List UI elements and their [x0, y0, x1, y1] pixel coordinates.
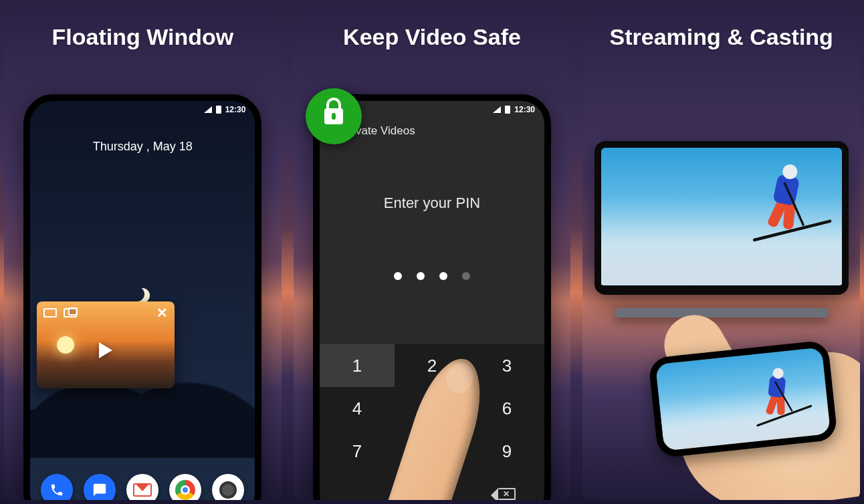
key-backspace[interactable]: ✕: [469, 473, 544, 500]
panel-keep-video-safe: Keep Video Safe 12:30 ‹ Private Videos E…: [294, 4, 571, 500]
chrome-app-icon[interactable]: [169, 474, 201, 500]
skier-graphic: [758, 370, 800, 421]
messages-app-icon[interactable]: [84, 474, 116, 500]
unlock-icon: [324, 108, 343, 124]
panel-streaming-casting: Streaming & Casting: [582, 4, 860, 500]
fullscreen-icon[interactable]: [43, 308, 57, 318]
panel-title: Keep Video Safe: [294, 4, 571, 51]
sunset-graphic: [57, 336, 74, 354]
floating-topbar: ✕: [37, 301, 175, 324]
key-9[interactable]: 9: [469, 430, 544, 473]
app-dock: [30, 474, 255, 500]
pin-dots: [320, 272, 544, 280]
hand-holding-phone: [599, 320, 860, 500]
pin-dot: [417, 272, 425, 280]
battery-icon: [505, 106, 510, 114]
panel-title: Floating Window: [4, 4, 282, 51]
skier-graphic: [762, 169, 813, 235]
floating-video-window[interactable]: ✕: [37, 301, 175, 388]
key-4[interactable]: 4: [320, 387, 395, 430]
battery-icon: [216, 106, 221, 114]
key-3[interactable]: 3: [469, 344, 544, 387]
signal-icon: [493, 106, 501, 113]
panel-title: Streaming & Casting: [582, 4, 860, 51]
panel-floating-window: Floating Window 12:30 Thursday , May 18 …: [4, 4, 282, 500]
phone-mock-pin: 12:30 ‹ Private Videos Enter your PIN 1 …: [313, 94, 551, 500]
tv-stand: [615, 308, 829, 318]
gmail-app-icon[interactable]: [126, 474, 158, 500]
pin-dot: [462, 272, 470, 280]
phone-app-icon[interactable]: [41, 474, 73, 500]
signal-icon: [204, 106, 212, 113]
close-icon[interactable]: ✕: [156, 305, 168, 321]
backspace-icon: ✕: [498, 488, 516, 500]
held-phone: [648, 340, 838, 458]
phone-mock-home: 12:30 Thursday , May 18 ✕: [23, 94, 261, 500]
status-time: 12:30: [514, 105, 535, 114]
key-1[interactable]: 1: [320, 344, 395, 387]
pin-screen: 12:30 ‹ Private Videos Enter your PIN 1 …: [320, 101, 544, 500]
pin-dot: [394, 272, 402, 280]
tv-mock: [595, 141, 849, 295]
play-icon[interactable]: [99, 342, 112, 358]
tv-snow: [601, 231, 842, 285]
camera-app-icon[interactable]: [212, 474, 244, 500]
home-screen: 12:30 Thursday , May 18 ✕: [30, 101, 255, 500]
moon-icon: [135, 288, 150, 303]
status-time: 12:30: [225, 105, 246, 114]
key-6[interactable]: 6: [469, 387, 544, 430]
pin-dot: [439, 272, 447, 280]
unlock-badge: [306, 88, 362, 144]
status-bar: 12:30: [30, 101, 255, 118]
pin-prompt: Enter your PIN: [320, 195, 544, 212]
key-7[interactable]: 7: [320, 430, 395, 473]
key-empty: [320, 473, 395, 500]
pip-icon[interactable]: [64, 308, 77, 318]
